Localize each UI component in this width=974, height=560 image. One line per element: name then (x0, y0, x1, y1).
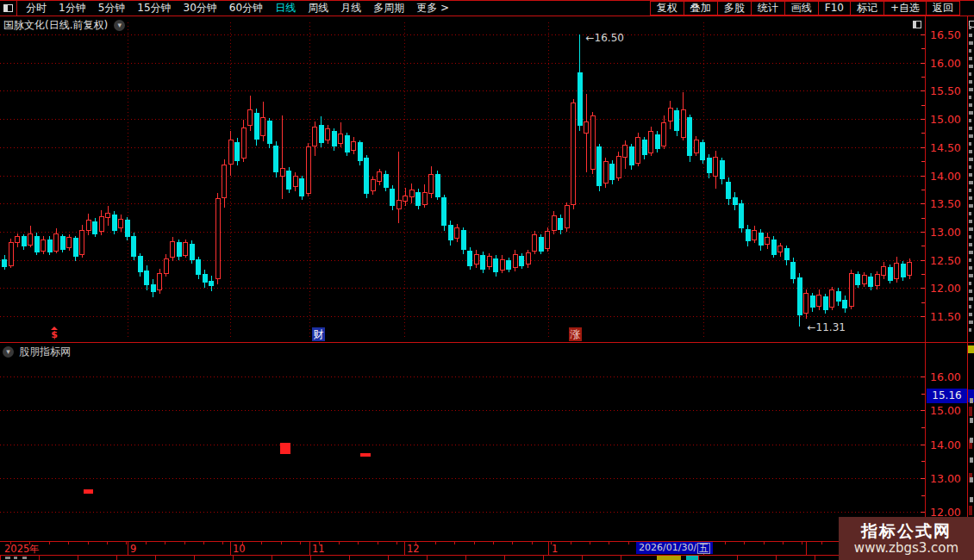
toolbar-button[interactable]: 叠加 (684, 1, 718, 16)
bottom-strip (1, 556, 815, 560)
toolbar-button[interactable]: 返回 (926, 1, 960, 16)
toolbar-button[interactable]: 统计 (751, 1, 785, 16)
period-tab[interactable]: 60分钟 (223, 1, 269, 16)
svg-text:12.50: 12.50 (930, 254, 961, 267)
toolbar-button[interactable]: 多股 (717, 1, 752, 16)
toolbar-button[interactable]: +自选 (883, 1, 927, 16)
indicator-panel-header: ▾ 股朋指标网 (3, 345, 71, 358)
svg-text:10: 10 (233, 543, 246, 555)
svg-text:16.00: 16.00 (930, 57, 961, 70)
toolbar-button[interactable]: F10 (818, 1, 851, 16)
candles[interactable] (3, 34, 912, 327)
period-tab[interactable]: 5分钟 (92, 1, 132, 16)
toolbar-button[interactable]: 标记 (850, 1, 884, 16)
period-menu: 分时1分钟5分钟15分钟30分钟60分钟日线周线月线多周期更多 > (17, 1, 455, 16)
svg-text:13.00: 13.00 (930, 472, 961, 485)
split-view-icon[interactable] (0, 1, 17, 16)
svg-text:12: 12 (407, 543, 420, 555)
indicator-marks (84, 443, 371, 494)
indicator-value-badge: 15.16 (927, 389, 967, 403)
svg-text:15.00: 15.00 (930, 113, 961, 126)
svg-text:15.50: 15.50 (930, 84, 961, 97)
chart-title: 国脉文化(日线.前复权) (3, 18, 108, 33)
period-tab[interactable]: 日线 (269, 1, 302, 16)
svg-text:16.00: 16.00 (930, 370, 961, 383)
period-tab[interactable]: 分时 (20, 1, 53, 16)
selected-date-badge: 2026/01/30/ 五 (636, 542, 713, 554)
svg-text:9: 9 (130, 543, 136, 555)
period-tab[interactable]: 月线 (334, 1, 367, 16)
period-tab[interactable]: 多周期 (367, 1, 410, 16)
event-badge[interactable]: 涨 (569, 327, 582, 341)
svg-text:14.00: 14.00 (930, 439, 961, 451)
watermark: 指标公式网 www.zbgs3.com (839, 517, 974, 560)
indicator-gridlines: 16.0015.0014.0013.0012.00 (0, 370, 961, 519)
svg-text:13.00: 13.00 (930, 226, 961, 239)
high-annotation: ←16.50 (586, 32, 624, 44)
svg-text:11: 11 (312, 543, 325, 555)
period-tab[interactable]: 周线 (302, 1, 334, 16)
date-axis: 2025年910111213 (4, 542, 919, 555)
toolbar-buttons: 复权叠加多股统计画线F10标记+自选返回 (651, 1, 960, 16)
selected-date: 2026/01/30/ (639, 542, 696, 554)
toolbar-button[interactable]: 画线 (784, 1, 819, 16)
event-badge[interactable]: 财 (312, 327, 325, 341)
indicator-panel-title: 股朋指标网 (19, 345, 71, 359)
toolbar-button[interactable]: 复权 (650, 1, 684, 16)
svg-text:14.00: 14.00 (930, 170, 961, 183)
main-chart-header: 国脉文化(日线.前复权) ▾ (3, 17, 125, 33)
svg-text:1: 1 (552, 543, 558, 555)
event-badge[interactable]: $ (49, 327, 59, 340)
svg-text:14.50: 14.50 (930, 141, 961, 154)
toolbar: 分时1分钟5分钟15分钟30分钟60分钟日线周线月线多周期更多 > 复权叠加多股… (0, 0, 974, 16)
svg-text:2025年: 2025年 (4, 543, 40, 555)
selected-weekday: 五 (697, 543, 710, 554)
period-tab[interactable]: 30分钟 (178, 1, 223, 16)
watermark-title: 指标公式网 (861, 521, 952, 541)
period-tab[interactable]: 1分钟 (53, 1, 92, 16)
watermark-url: www.zbgs3.com (854, 541, 958, 556)
panel-layout-icon[interactable] (913, 21, 921, 28)
chevron-down-icon[interactable]: ▾ (3, 346, 14, 358)
svg-text:11.50: 11.50 (930, 310, 961, 323)
period-tab[interactable]: 更多 > (410, 1, 455, 16)
chevron-down-icon[interactable]: ▾ (114, 20, 125, 31)
app-window: 16.5016.0015.5015.0014.5014.0013.5013.00… (0, 0, 974, 560)
low-annotation: ←11.31 (808, 321, 846, 333)
svg-text:12.00: 12.00 (930, 282, 961, 295)
period-tab[interactable]: 15分钟 (131, 1, 177, 16)
svg-text:15.00: 15.00 (930, 404, 961, 417)
chart-canvas[interactable]: 16.5016.0015.5015.0014.5014.0013.5013.00… (0, 0, 974, 560)
main-gridlines: 16.5016.0015.5015.0014.5014.0013.5013.00… (0, 22, 961, 339)
svg-text:13.50: 13.50 (930, 197, 961, 210)
right-edge-sliver (968, 26, 974, 542)
svg-text:16.50: 16.50 (930, 28, 961, 41)
